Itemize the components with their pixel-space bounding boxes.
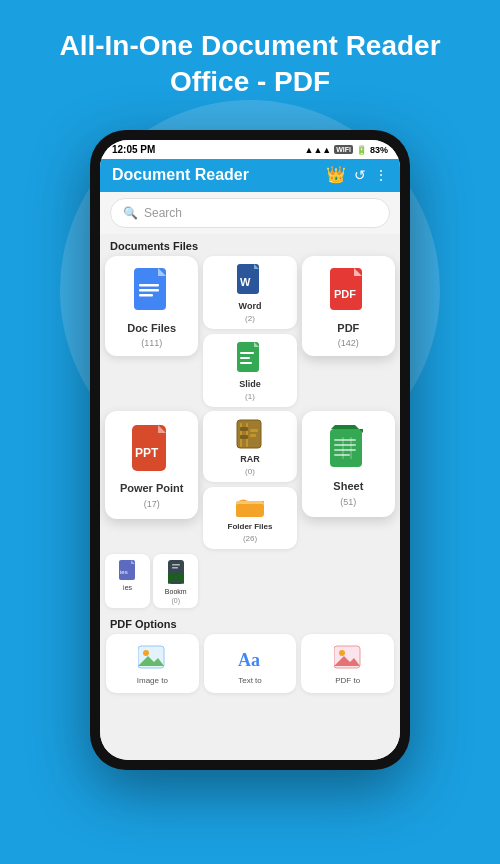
svg-rect-15 (240, 362, 252, 364)
svg-rect-23 (240, 435, 248, 439)
pdf-name: PDF (337, 322, 359, 334)
svg-rect-44 (172, 567, 178, 569)
svg-rect-30 (334, 449, 356, 451)
rar-icon (236, 419, 264, 451)
svg-rect-3 (139, 289, 159, 292)
slide-icon (236, 342, 264, 376)
word-count: (2) (245, 314, 255, 323)
svg-rect-2 (139, 284, 159, 287)
doc-files-card[interactable]: Doc Files (111) (105, 256, 198, 356)
word-card[interactable]: W Word (2) (203, 256, 296, 329)
bookmark-count: (0) (171, 597, 180, 604)
pdf-to-icon (334, 644, 362, 672)
svg-rect-28 (334, 439, 356, 441)
folder-icon (236, 495, 264, 519)
phone-screen: 12:05 PM ▲▲▲ WIFI 🔋 83% Document Reader … (100, 140, 400, 760)
svg-rect-31 (334, 454, 350, 456)
bookmark-icon (166, 560, 186, 586)
sheet-large-card[interactable]: Sheet (51) (302, 411, 395, 517)
text-to-icon: Aa (236, 644, 264, 672)
rar-count: (0) (245, 467, 255, 476)
pdf-to-name: PDF to (335, 676, 360, 685)
more-icon[interactable]: ⋮ (374, 167, 388, 183)
svg-rect-24 (250, 429, 258, 432)
ppt-count: (17) (144, 499, 160, 509)
svg-rect-25 (250, 434, 256, 437)
svg-text:Aa: Aa (238, 650, 260, 670)
ppt-icon: PPT (130, 425, 174, 477)
pdf-icon: PDF (327, 268, 369, 318)
battery-pct: 83% (370, 145, 388, 155)
rar-name: RAR (240, 454, 260, 464)
pdf-count: (142) (338, 338, 359, 348)
text-to-card[interactable]: Aa Text to (204, 634, 297, 693)
folder-card[interactable]: Folder Files (26) (203, 487, 296, 549)
search-bar[interactable]: 🔍 Search (110, 198, 390, 228)
header-icons: 👑 ↺ ⋮ (326, 165, 388, 184)
refresh-icon[interactable]: ↺ (354, 167, 366, 183)
app-title: Document Reader (112, 166, 249, 184)
doc-files-name: Doc Files (127, 322, 176, 334)
svg-text:PPT: PPT (135, 446, 159, 460)
svg-rect-29 (334, 444, 356, 446)
status-time: 12:05 PM (112, 144, 155, 155)
ies-name: ies (123, 584, 132, 591)
word-icon: W (236, 264, 264, 298)
bookmark-name: Bookm (165, 588, 187, 595)
svg-text:PDF: PDF (334, 288, 356, 300)
svg-point-50 (339, 650, 345, 656)
folder-name: Folder Files (228, 522, 273, 531)
sheet-large-icon (327, 425, 369, 475)
status-bar: 12:05 PM ▲▲▲ WIFI 🔋 83% (100, 140, 400, 159)
bookmark-card[interactable]: Bookm (0) (153, 554, 198, 608)
scroll-content: Documents Files Doc Files (100, 234, 400, 760)
doc-files-count: (111) (141, 338, 162, 348)
rar-card[interactable]: RAR (0) (203, 411, 296, 482)
pdf-options-label: PDF Options (100, 612, 400, 634)
svg-text:ies: ies (120, 569, 128, 575)
ies-bookmark-row: ies ies Bookm (0) (105, 554, 198, 608)
svg-rect-22 (240, 427, 248, 431)
svg-rect-37 (236, 504, 264, 515)
sheet-large-name: Sheet (333, 480, 363, 492)
slide-card[interactable]: Slide (1) (203, 334, 296, 407)
app-header: Document Reader 👑 ↺ ⋮ (100, 159, 400, 192)
phone-mockup: 12:05 PM ▲▲▲ WIFI 🔋 83% Document Reader … (80, 130, 420, 810)
svg-text:W: W (240, 276, 251, 288)
image-to-icon (138, 644, 166, 672)
doc-files-icon (131, 268, 173, 318)
slide-count: (1) (245, 392, 255, 401)
wifi-label: WIFI (334, 145, 353, 154)
sheet-large-count: (51) (340, 497, 356, 507)
pdf-to-card[interactable]: PDF to (301, 634, 394, 693)
documents-section-label: Documents Files (100, 234, 400, 256)
ppt-card[interactable]: PPT Power Point (17) (105, 411, 198, 519)
signal-icon: ▲▲▲ (304, 145, 331, 155)
pdf-card[interactable]: PDF PDF (142) (302, 256, 395, 356)
svg-rect-4 (139, 294, 153, 297)
battery-icon: 🔋 (356, 145, 367, 155)
pdf-options-grid: Image to Aa Text to P (100, 634, 400, 699)
ies-icon: ies (118, 560, 138, 582)
ppt-name: Power Point (120, 482, 184, 494)
crown-icon[interactable]: 👑 (326, 165, 346, 184)
slide-name: Slide (239, 379, 261, 389)
word-name: Word (239, 301, 262, 311)
status-icons: ▲▲▲ WIFI 🔋 83% (304, 145, 388, 155)
search-placeholder: Search (144, 206, 182, 220)
search-icon: 🔍 (123, 206, 138, 220)
phone-frame: 12:05 PM ▲▲▲ WIFI 🔋 83% Document Reader … (90, 130, 410, 770)
folder-count: (26) (243, 534, 257, 543)
svg-point-46 (143, 650, 149, 656)
svg-rect-26 (330, 429, 362, 467)
ies-card[interactable]: ies ies (105, 554, 150, 608)
svg-rect-14 (240, 357, 250, 359)
svg-rect-13 (240, 352, 254, 354)
image-to-card[interactable]: Image to (106, 634, 199, 693)
image-to-name: Image to (137, 676, 168, 685)
svg-rect-43 (172, 564, 180, 566)
text-to-name: Text to (238, 676, 262, 685)
